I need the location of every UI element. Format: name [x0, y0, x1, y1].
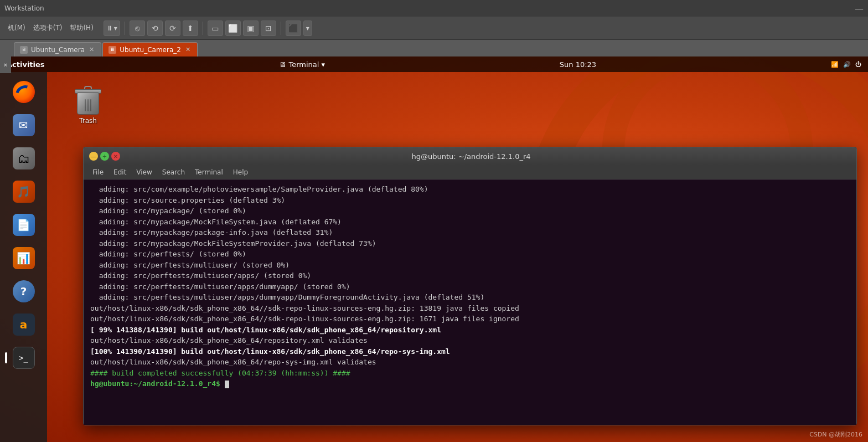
terminal-line: adding: src/mypackage/MockFileSystemProv… [90, 238, 850, 249]
terminal-line: adding: src/mypackage/MockFileSystem.jav… [90, 217, 850, 228]
files-icon [13, 147, 35, 169]
terminal-line: out/host/linux-x86/sdk/sdk_phone_x86_64/… [90, 357, 850, 368]
toolbar-snapshot2-btn[interactable]: ⟲ [147, 20, 163, 36]
terminal-minimize-btn[interactable]: — [89, 152, 98, 161]
terminal-window: — + ✕ hg@ubuntu: ~/android-12.1.0_r4 Fil… [83, 147, 857, 425]
tabs-bar: 🖥 Ubuntu_Camera ✕ 🖥 Ubuntu_Camera_2 ✕ [0, 40, 868, 56]
power-icon[interactable]: ⏻ [855, 61, 861, 68]
terminal-line: adding: src/perftests/ (stored 0%) [90, 249, 850, 260]
vmware-titlebar: Workstation — [0, 0, 868, 17]
toolbar-sep-3 [281, 22, 281, 35]
terminal-line: adding: src/com/example/photoviewersampl… [90, 184, 850, 195]
terminal-titlebar: — + ✕ hg@ubuntu: ~/android-12.1.0_r4 [84, 147, 856, 165]
vmware-toolbar: 机(M) 选项卡(T) 帮助(H) ⏸ ▾ ⎋ ⟲ ⟳ ⬆ ▭ ⬜ ▣ ⊡ ⬛ … [0, 17, 868, 40]
terminal-dock-icon: >_ [13, 347, 35, 369]
desktop: Workstation — 机(M) 选项卡(T) 帮助(H) ⏸ ▾ ⎋ ⟲ … [0, 0, 868, 442]
terminal-menu-edit[interactable]: Edit [109, 167, 131, 177]
toolbar-pause-dropdown[interactable]: ⏸ ▾ [104, 20, 120, 36]
dock-item-present[interactable] [9, 244, 38, 273]
terminal-maximize-btn[interactable]: + [100, 152, 109, 161]
terminal-line: adding: src/mypackage/ (stored 0%) [90, 205, 850, 217]
dock-item-amazon[interactable]: a [9, 310, 38, 339]
dock-item-music[interactable] [9, 177, 38, 206]
toolbar-snapshot4-btn[interactable]: ⬆ [183, 20, 198, 36]
terminal-line: adding: src/perftests/multiuser/ (stored… [90, 260, 850, 271]
toolbar-sep-2 [203, 22, 203, 35]
terminal-menu-icon: 🖥 [279, 60, 286, 69]
system-tray: 📶 🔊 ⏻ [831, 61, 861, 68]
terminal-title: hg@ubuntu: ~/android-12.1.0_r4 [120, 152, 822, 161]
tab-label-1: Ubuntu_Camera [31, 46, 85, 54]
terminal-line: #### build completed successfully (04:37… [90, 368, 850, 379]
toolbar-fullscreen-dropdown[interactable]: ▾ [303, 20, 312, 36]
dock-item-files[interactable] [9, 144, 38, 173]
volume-icon[interactable]: 🔊 [843, 61, 851, 68]
dock-item-docs[interactable] [9, 210, 38, 239]
tab-ubuntu-camera-2[interactable]: 🖥 Ubuntu_Camera_2 ✕ [102, 42, 198, 56]
toolbar-display2-btn[interactable]: ⬜ [225, 20, 241, 36]
terminal-menu-search[interactable]: Search [158, 167, 189, 177]
toolbar-group-1: ⏸ ▾ [104, 20, 120, 36]
minimize-button[interactable]: — [855, 3, 864, 14]
menu-machine[interactable]: 机(M) [4, 22, 29, 34]
terminal-line: adding: src/perftests/multiuser/apps/ (s… [90, 270, 850, 281]
tab-icon-2: 🖥 [108, 46, 116, 54]
terminal-menu-file[interactable]: File [88, 167, 108, 177]
amazon-icon: a [13, 313, 35, 336]
toolbar-fullscreen-btn[interactable]: ⬛ [286, 20, 301, 36]
terminal-menu-terminal[interactable]: Terminal [190, 167, 228, 177]
terminal-line: adding: src/perftests/multiuser/apps/dum… [90, 281, 850, 292]
docs-icon [13, 214, 35, 236]
terminal-output[interactable]: adding: src/com/example/photoviewersampl… [84, 179, 856, 425]
activities-button[interactable]: Activities [7, 60, 45, 69]
toolbar-display1-btn[interactable]: ▭ [208, 20, 223, 36]
tab-close-1[interactable]: ✕ [88, 46, 95, 53]
trash-label: Trash [79, 117, 97, 125]
trash-line-2 [87, 99, 89, 111]
terminal-line: out/host/linux-x86/sdk/sdk_phone_x86_64/… [90, 335, 850, 346]
system-clock: Sun 10:23 [560, 60, 596, 69]
toolbar-display4-btn[interactable]: ⊡ [261, 20, 276, 36]
toolbar-display3-btn[interactable]: ▣ [243, 20, 259, 36]
present-icon [13, 247, 35, 269]
terminal-line: out/host/linux-x86/sdk/sdk_phone_x86_64/… [90, 313, 850, 325]
terminal-cursor [225, 381, 229, 388]
toolbar-snapshot-btn[interactable]: ⎋ [130, 20, 145, 36]
terminal-line: [ 99% 141388/141390] build out/host/linu… [90, 325, 850, 336]
menu-help[interactable]: 帮助(H) [66, 22, 96, 34]
terminal-line: adding: src/perftests/multiuser/apps/dum… [90, 292, 850, 303]
terminal-line: adding: src/source.properties (deflated … [90, 195, 850, 206]
network-icon[interactable]: 📶 [831, 61, 839, 68]
titlebar-controls: — [855, 3, 864, 14]
ubuntu-dock: ? a >_ [0, 72, 47, 442]
mail-icon [13, 114, 35, 136]
gnome-topbar: Activities 🖥 Terminal ▾ Sun 10:23 📶 🔊 ⏻ [0, 56, 868, 72]
tab-label-2: Ubuntu_Camera_2 [120, 46, 181, 54]
dock-item-terminal[interactable]: >_ [9, 343, 38, 372]
toolbar-sep-1 [125, 22, 125, 35]
trash-body [77, 92, 99, 115]
terminal-line: out/host/linux-x86/sdk/sdk_phone_x86_64/… [90, 303, 850, 314]
terminal-close-btn[interactable]: ✕ [111, 152, 120, 161]
terminal-menu-help[interactable]: Help [229, 167, 252, 177]
vmware-menu: 机(M) 选项卡(T) 帮助(H) [4, 22, 97, 34]
trash-line-3 [90, 99, 91, 111]
terminal-line: adding: src/mypackage/package-info.java … [90, 227, 850, 238]
terminal-prompt-line[interactable]: hg@ubuntu:~/android-12.1.0_r4$ [90, 378, 850, 389]
dock-item-mail[interactable] [9, 111, 38, 140]
terminal-app-label[interactable]: 🖥 Terminal ▾ [279, 60, 324, 69]
menu-tabs[interactable]: 选项卡(T) [30, 22, 66, 34]
tab-close-2[interactable]: ✕ [184, 46, 192, 53]
dock-item-firefox[interactable] [9, 78, 38, 106]
firefox-icon [13, 81, 35, 103]
pause-dropdown-arrow: ▾ [114, 24, 117, 32]
toolbar-snapshot3-btn[interactable]: ⟳ [165, 20, 180, 36]
trash-icon [75, 86, 101, 115]
terminal-menu-view[interactable]: View [132, 167, 156, 177]
dock-item-help[interactable]: ? [9, 277, 38, 306]
terminal-menu-arrow: ▾ [321, 60, 325, 69]
desktop-trash[interactable]: Trash [75, 86, 101, 125]
fullscreen-dropdown-arrow: ▾ [306, 24, 309, 32]
tab-scroll-arrow[interactable]: ✕ [0, 56, 11, 73]
tab-ubuntu-camera[interactable]: 🖥 Ubuntu_Camera ✕ [14, 42, 101, 56]
